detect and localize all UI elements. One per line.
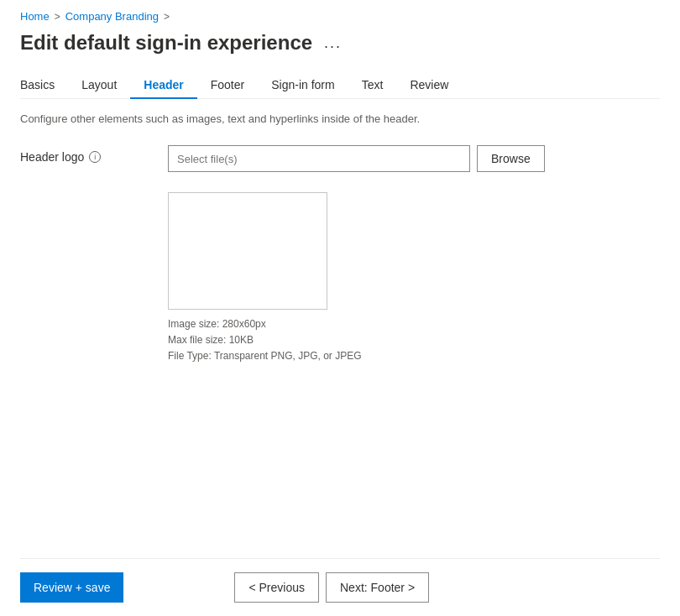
max-file-size-info: Max file size: 10KB bbox=[168, 332, 660, 348]
image-info: Image size: 280x60px Max file size: 10KB… bbox=[168, 316, 660, 365]
tabs-nav: Basics Layout Header Footer Sign-in form… bbox=[20, 71, 660, 99]
section-description: Configure other elements such as images,… bbox=[20, 112, 660, 125]
file-input-group: Browse bbox=[168, 145, 545, 172]
breadcrumb-sep-1: > bbox=[55, 11, 60, 23]
tab-header[interactable]: Header bbox=[130, 71, 196, 98]
image-size-info: Image size: 280x60px bbox=[168, 316, 660, 332]
image-preview-area: Image size: 280x60px Max file size: 10KB… bbox=[168, 192, 660, 365]
breadcrumb-company-branding[interactable]: Company Branding bbox=[65, 10, 159, 23]
breadcrumb-home[interactable]: Home bbox=[20, 10, 50, 23]
browse-button[interactable]: Browse bbox=[477, 145, 545, 172]
header-logo-label: Header logo i bbox=[20, 145, 154, 164]
tab-review[interactable]: Review bbox=[396, 71, 462, 98]
header-logo-text: Header logo bbox=[20, 150, 84, 164]
next-button[interactable]: Next: Footer > bbox=[326, 572, 429, 603]
tab-footer[interactable]: Footer bbox=[197, 71, 258, 98]
image-placeholder bbox=[168, 192, 327, 310]
previous-button[interactable]: < Previous bbox=[234, 572, 319, 603]
footer-bar: Review + save < Previous Next: Footer > bbox=[20, 558, 660, 616]
file-input[interactable] bbox=[168, 145, 470, 172]
header-logo-info-icon[interactable]: i bbox=[89, 151, 101, 163]
nav-buttons-group: < Previous Next: Footer > bbox=[234, 572, 429, 603]
breadcrumb: Home > Company Branding > bbox=[20, 10, 660, 23]
tab-basics[interactable]: Basics bbox=[20, 71, 68, 98]
review-save-button[interactable]: Review + save bbox=[20, 572, 123, 603]
tab-sign-in-form[interactable]: Sign-in form bbox=[258, 71, 348, 98]
file-type-info: File Type: Transparent PNG, JPG, or JPEG bbox=[168, 348, 660, 364]
page-title: Edit default sign-in experience bbox=[20, 31, 312, 55]
more-options-button[interactable]: ... bbox=[321, 33, 345, 54]
tab-text[interactable]: Text bbox=[348, 71, 397, 98]
breadcrumb-sep-2: > bbox=[164, 11, 170, 23]
header-logo-row: Header logo i Browse bbox=[20, 145, 660, 172]
form-section: Header logo i Browse Image size: 280x60p… bbox=[20, 145, 660, 558]
page-title-row: Edit default sign-in experience ... bbox=[20, 31, 660, 55]
tab-layout[interactable]: Layout bbox=[68, 71, 130, 98]
